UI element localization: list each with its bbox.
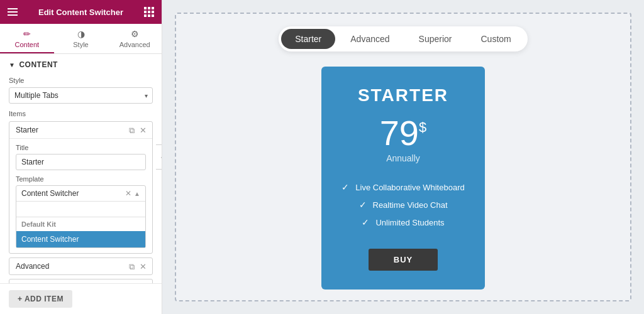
items-label: Items bbox=[9, 110, 153, 117]
section-label: Content bbox=[19, 60, 58, 69]
add-item-button[interactable]: + ADD ITEM bbox=[9, 290, 72, 308]
add-item-wrap: + ADD ITEM bbox=[0, 283, 162, 314]
check-icon-3: ✓ bbox=[362, 217, 369, 227]
feature-3-text: Unlimited Students bbox=[375, 218, 444, 227]
title-sub-field: Title bbox=[9, 139, 152, 175]
top-bar: Edit Content Switcher bbox=[0, 0, 162, 24]
collapse-arrow: ▼ bbox=[9, 62, 15, 68]
hamburger-icon[interactable] bbox=[8, 8, 18, 16]
gear-icon: ⚙ bbox=[131, 29, 139, 39]
switcher-tab-custom[interactable]: Custom bbox=[467, 29, 525, 49]
template-option-content-switcher[interactable]: Content Switcher bbox=[16, 231, 145, 247]
tab-switcher: Starter Advanced Superior Custom bbox=[279, 26, 527, 51]
feature-1-text: Live Collaborative Whiteboard bbox=[355, 183, 464, 192]
style-field-row: Style Multiple Tabs Dropdown Toggle ▾ bbox=[9, 77, 153, 104]
tab-nav: ✏ Content ◑ Style ⚙ Advanced bbox=[0, 24, 162, 54]
template-select-wrap: Content Switcher ✕ ▲ Default Kit Content… bbox=[16, 185, 146, 248]
check-icon-1: ✓ bbox=[341, 182, 349, 192]
switcher-tab-starter[interactable]: Starter bbox=[281, 29, 335, 49]
tab-nav-content[interactable]: ✏ Content bbox=[0, 24, 54, 53]
panel-content: ▼ Content Style Multiple Tabs Dropdown T… bbox=[0, 54, 162, 283]
style-field-label: Style bbox=[9, 77, 153, 84]
feature-1: ✓ Live Collaborative Whiteboard bbox=[336, 178, 470, 196]
template-group-label: Default Kit bbox=[16, 217, 145, 231]
template-search-input[interactable] bbox=[16, 202, 145, 217]
template-select-actions: ✕ ▲ bbox=[125, 189, 140, 198]
right-area: Starter Advanced Superior Custom STARTER… bbox=[162, 0, 644, 314]
pricing-card-title: STARTER bbox=[358, 85, 448, 106]
check-icon-2: ✓ bbox=[359, 200, 367, 210]
template-arrow-icon: ▲ bbox=[134, 190, 140, 197]
item-advanced-actions: ⧉ ✕ bbox=[123, 261, 152, 273]
tab-style-label: Style bbox=[73, 41, 88, 48]
item-starter-actions: ⧉ ✕ bbox=[123, 124, 152, 136]
title-input[interactable] bbox=[16, 154, 146, 170]
pricing-card: STARTER 79 $ Annually ✓ Live Collaborati… bbox=[321, 67, 485, 290]
feature-3: ✓ Unlimited Students bbox=[336, 214, 470, 231]
template-sub-field-label: Template bbox=[16, 175, 146, 183]
tab-content-label: Content bbox=[15, 41, 40, 48]
item-advanced-row: Advanced ⧉ ✕ bbox=[9, 257, 153, 275]
pricing-number: 79 bbox=[380, 116, 419, 151]
style-icon: ◑ bbox=[77, 29, 85, 39]
switcher-tab-superior[interactable]: Superior bbox=[405, 29, 466, 49]
switcher-tab-advanced[interactable]: Advanced bbox=[336, 29, 403, 49]
pricing-currency: $ bbox=[419, 121, 426, 134]
style-select-wrap: Multiple Tabs Dropdown Toggle ▾ bbox=[9, 87, 153, 104]
template-select-header[interactable]: Content Switcher ✕ ▲ bbox=[16, 186, 145, 201]
collapse-handle[interactable]: ‹ bbox=[156, 144, 162, 170]
template-selected-value: Content Switcher bbox=[21, 189, 125, 198]
template-dropdown: Default Kit Content Switcher bbox=[16, 201, 145, 247]
edit-icon: ✏ bbox=[23, 29, 31, 39]
style-select[interactable]: Multiple Tabs Dropdown Toggle bbox=[9, 87, 153, 104]
item-starter-header: Starter ⧉ ✕ bbox=[9, 122, 152, 139]
section-header: ▼ Content bbox=[9, 60, 153, 69]
title-sub-field-label: Title bbox=[16, 144, 146, 151]
item-advanced-duplicate-btn[interactable]: ⧉ bbox=[127, 261, 136, 273]
tab-advanced-label: Advanced bbox=[119, 41, 150, 48]
preview-container: Starter Advanced Superior Custom STARTER… bbox=[175, 13, 631, 301]
item-advanced-label: Advanced bbox=[9, 258, 123, 274]
pricing-period: Annually bbox=[386, 153, 420, 163]
tab-nav-style[interactable]: ◑ Style bbox=[54, 24, 108, 53]
item-starter-label: Starter bbox=[9, 122, 123, 138]
tab-nav-advanced[interactable]: ⚙ Advanced bbox=[108, 24, 162, 53]
item-starter-expanded: Starter ⧉ ✕ Title Template Content Switc… bbox=[9, 121, 153, 254]
item-superior-row: Superior ⧉ ✕ bbox=[9, 279, 153, 283]
left-panel: Edit Content Switcher ✏ Content ◑ Style … bbox=[0, 0, 162, 314]
item-starter-duplicate-btn[interactable]: ⧉ bbox=[127, 124, 136, 136]
pricing-amount: 79 $ bbox=[380, 116, 427, 151]
pricing-buy-button[interactable]: BUY bbox=[369, 249, 438, 271]
grid-icon[interactable] bbox=[144, 7, 154, 17]
template-sub-field: Template Content Switcher ✕ ▲ Default K bbox=[9, 175, 152, 253]
template-clear-btn[interactable]: ✕ bbox=[125, 189, 131, 198]
feature-2-text: Realtime Video Chat bbox=[373, 200, 448, 210]
template-search bbox=[16, 202, 145, 217]
feature-2: ✓ Realtime Video Chat bbox=[336, 196, 470, 214]
item-advanced-delete-btn[interactable]: ✕ bbox=[138, 261, 148, 273]
item-starter-delete-btn[interactable]: ✕ bbox=[138, 124, 148, 136]
top-bar-title: Edit Content Switcher bbox=[38, 8, 123, 17]
pricing-features: ✓ Live Collaborative Whiteboard ✓ Realti… bbox=[336, 178, 470, 231]
